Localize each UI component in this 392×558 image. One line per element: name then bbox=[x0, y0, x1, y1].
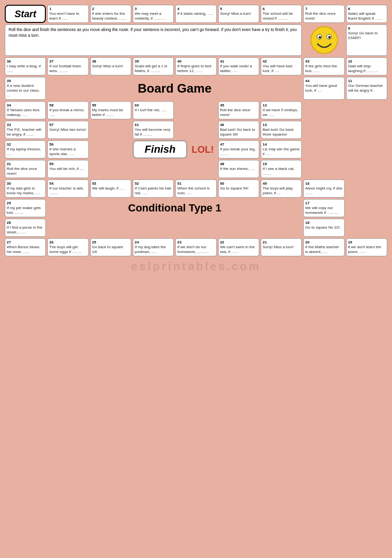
cell-44: 44 You will have good luck, if …. bbox=[303, 77, 344, 100]
empty-12 bbox=[303, 160, 344, 178]
empty-13 bbox=[346, 160, 387, 178]
cell-25: 25 Go back to square 14! bbox=[90, 238, 131, 256]
watermark: eslprintables.com bbox=[5, 260, 387, 273]
board-title: Board Game bbox=[138, 81, 212, 96]
instructions-cell: Roll the dice and finish the sentences a… bbox=[5, 24, 302, 56]
cell-31: 31 Roll the dice once more! bbox=[5, 160, 46, 178]
cell-33: 33 The P.E. teacher will be angry, if …… bbox=[5, 121, 46, 139]
cell-51: 51 When the school is over, …. bbox=[175, 179, 216, 198]
cell-37: 37 If our football team wins, ……. bbox=[47, 57, 88, 75]
cell-56: 56 If she marries a sports star, …. bbox=[47, 140, 88, 158]
cell-28: 28 If I find a purse in the street,……. bbox=[5, 219, 46, 237]
cell-9: 9 Sorry! Go back to START! bbox=[346, 24, 387, 56]
empty-1 bbox=[175, 101, 216, 119]
cell-17: 17 We will copy our homework if ……… bbox=[303, 199, 344, 217]
cell-13: 13 Bad luck! Go back three squares! bbox=[261, 121, 302, 139]
cell-23: 23 If we don't do our homework, ……… bbox=[175, 238, 216, 256]
cell-47: 47 If you break your leg, ……. bbox=[218, 140, 259, 158]
cell-39: 39 Szabi will get a 1 in Maths, if …….. bbox=[133, 57, 174, 75]
row-8: 31 Roll the dice once more! 55 You will … bbox=[5, 160, 387, 178]
cell-61: 61 You will become very fat if ……. bbox=[133, 121, 174, 139]
cell-16: 16 Alexa might cry, if she …… bbox=[303, 179, 344, 198]
cell-52: 52 If Cseri paints his hair red, …. bbox=[133, 179, 174, 198]
cell-58: 58 If you break a mirror, ….. bbox=[47, 101, 88, 119]
cell-41: 41 If you walk under a ladder, …. bbox=[218, 57, 259, 75]
lol-icon: LOL! bbox=[191, 144, 214, 156]
cell-54: 54 If our teacher is late, ……. bbox=[47, 179, 88, 198]
empty-8 bbox=[346, 140, 387, 158]
cell-10: 10 Gabi will stop laughing if ……… bbox=[346, 57, 387, 75]
cell-12: 12 If we have 5 smileys, we ….. bbox=[261, 101, 302, 119]
row-6: 33 The P.E. teacher will be angry, if ……… bbox=[5, 121, 387, 139]
cell-48: 48 If the sun shines, …. bbox=[218, 160, 259, 178]
empty-14 bbox=[346, 179, 387, 198]
cell-3: 3 We may meet a celebrity, if ……… bbox=[133, 5, 174, 23]
cell-6: 6 The school will be closed if …….. bbox=[261, 5, 302, 23]
cell-59: 59 My marks must be better if …… bbox=[90, 101, 131, 119]
lol-cell: LOL! bbox=[189, 140, 216, 158]
cell-7: 7 Roll the dice once more! bbox=[303, 5, 344, 23]
row-5: 34 If Tamara uses less makeup, …. 58 If … bbox=[5, 101, 387, 119]
cell-14: 14 Liz may win the game if …. bbox=[261, 140, 302, 158]
row-1: Start 1 You won't have to learn if ….. 2… bbox=[5, 5, 387, 23]
cell-27: 27 When Bence blows his nose, ….. bbox=[5, 238, 46, 256]
cell-43: 43 If the girls miss the bus, ….. bbox=[303, 57, 344, 75]
cell-30: 30 If my dad gets to know my marks, …. bbox=[5, 179, 46, 198]
board-title-area: Board Game bbox=[47, 77, 302, 100]
cell-57: 57 Sorry! Miss two turns! bbox=[47, 121, 88, 139]
cell-55: 55 You will be rich, if …. bbox=[47, 160, 88, 178]
empty-filler-b bbox=[346, 101, 387, 119]
row-2: Roll the dice and finish the sentences a… bbox=[5, 24, 387, 56]
cell-35: 35 If a new student comes to our class, … bbox=[5, 77, 46, 100]
cell-49: 49 The boys will play poker, if … bbox=[261, 179, 302, 198]
smiley-icon bbox=[310, 26, 339, 54]
empty-7 bbox=[303, 140, 344, 158]
empty-16 bbox=[346, 219, 387, 237]
cell-2: 2 If she enters for the beauty contest, … bbox=[90, 5, 131, 23]
cell-50: 50 Go to square 54! bbox=[218, 179, 259, 198]
cell-32: 32 If my laptop freezes, …. bbox=[5, 140, 46, 158]
start-cell: Start bbox=[5, 5, 46, 23]
cell-34: 34 If Tamara uses less makeup, …. bbox=[5, 101, 46, 119]
empty-10 bbox=[133, 160, 174, 178]
cell-11: 11 Our German teacher will be angry if.. bbox=[346, 77, 387, 100]
cell-5: 5 Sorry! Miss a turn! bbox=[218, 5, 259, 23]
finish-label: Finish bbox=[145, 143, 176, 156]
cell-21: 21 Sorry! Miss a turn! bbox=[261, 238, 302, 256]
cell-1: 1 You won't have to learn if ….. bbox=[47, 5, 88, 23]
row-4: 35 If a new student comes to our class, … bbox=[5, 77, 387, 100]
row-3: 36 I may write a blog, if ….. 37 If our … bbox=[5, 57, 387, 75]
cell-36: 36 I may write a blog, if ….. bbox=[5, 57, 46, 75]
empty-5 bbox=[346, 121, 387, 139]
cell-29: 29 If my pet snake gets lost, ……. bbox=[5, 199, 46, 217]
cell-24: 24 If my dog bites the postman, …. bbox=[133, 238, 174, 256]
row-7: 32 If my laptop freezes, …. 56 If she ma… bbox=[5, 140, 387, 158]
empty-filler-a bbox=[303, 101, 344, 119]
cell-42: 42 You will have bad luck, if …. bbox=[261, 57, 302, 75]
empty-11 bbox=[175, 160, 216, 178]
svg-point-3 bbox=[318, 36, 321, 39]
cell-19: 19 If we don't learn the poem, ….. bbox=[346, 238, 387, 256]
empty-15 bbox=[346, 199, 387, 217]
row-12: 27 When Bence blows his nose, ….. 26 The… bbox=[5, 238, 387, 256]
conditional-title: Conditional Type 1 bbox=[128, 201, 221, 215]
cell-18: 18 Go to square No 22! bbox=[303, 219, 344, 237]
svg-point-4 bbox=[328, 36, 330, 39]
cell-20: 20 If the Maths teacher is absent, …. bbox=[303, 238, 344, 256]
cell-46: 46 Bad luck! Go back to square 36! bbox=[218, 121, 259, 139]
cell-40: 40 If Rajmi goes to bed before 12, …… bbox=[175, 57, 216, 75]
empty-2 bbox=[90, 121, 131, 139]
row-10: 29 If my pet snake gets lost, ……. Condit… bbox=[5, 199, 387, 217]
row-9: 30 If my dad gets to know my marks, …. 5… bbox=[5, 179, 387, 198]
cell-4: 4 If it starts raining, ….. bbox=[175, 5, 216, 23]
cell-26: 26 The boys will get some eggs if …….. bbox=[47, 238, 88, 256]
conditional-title-area: Conditional Type 1 bbox=[47, 199, 302, 217]
finish-cell: Finish bbox=[133, 140, 187, 158]
cell-22: 22 We can't swim in the sea, if …… bbox=[218, 238, 259, 256]
empty-3 bbox=[175, 121, 216, 139]
cell-53: 53 We will laugh, if …. bbox=[90, 179, 131, 198]
cell-60: 60 If I surf the net, …. bbox=[133, 101, 174, 119]
cell-38: 38 Sorry! Miss a turn! bbox=[90, 57, 131, 75]
svg-point-0 bbox=[311, 27, 338, 53]
empty-mid bbox=[47, 219, 302, 237]
